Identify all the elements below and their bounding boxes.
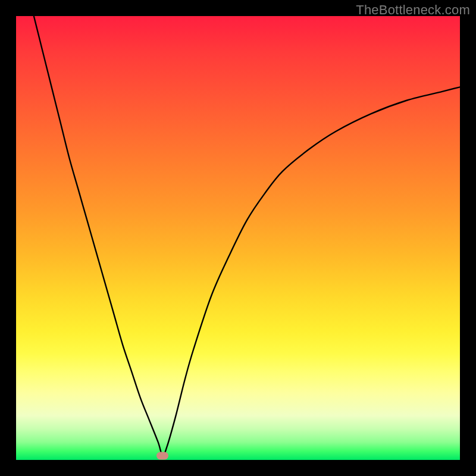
optimal-marker [156,452,168,459]
plot-area [16,16,460,460]
watermark-text: TheBottleneck.com [356,2,470,18]
chart-frame: TheBottleneck.com [0,0,476,476]
bottleneck-curve [16,16,460,460]
plot-inner [16,16,460,460]
